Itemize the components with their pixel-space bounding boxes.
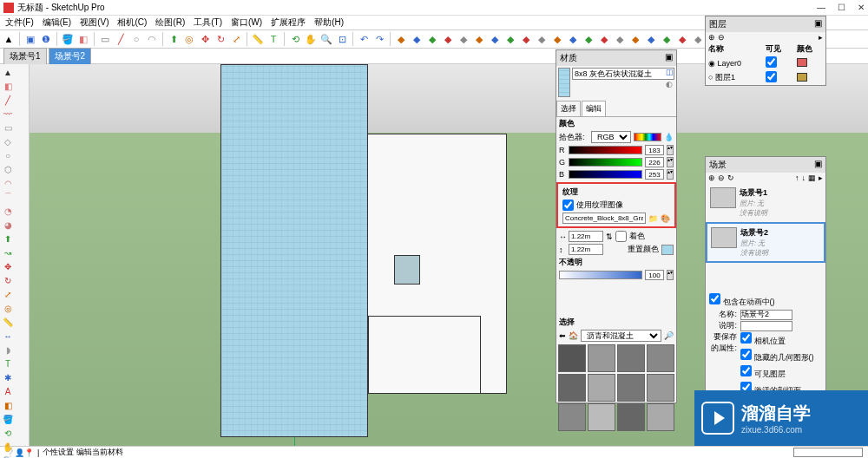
width-input[interactable] <box>569 231 603 242</box>
materials-header[interactable]: 材质 ▣ <box>556 50 676 66</box>
maximize-button[interactable]: ☐ <box>838 3 845 12</box>
arc2-icon[interactable]: ⌒ <box>2 191 14 203</box>
tool-icon[interactable]: ◆ <box>550 32 564 46</box>
material-thumb[interactable] <box>558 374 586 402</box>
tape-icon[interactable]: 📏 <box>2 316 14 328</box>
nav-back-icon[interactable]: ⬅ <box>559 331 566 340</box>
layer-color-chip[interactable] <box>797 73 807 82</box>
protractor-icon[interactable]: ◗ <box>2 344 14 356</box>
line-icon[interactable]: ╱ <box>2 94 14 106</box>
default-material-icon[interactable]: ◐ <box>664 80 674 90</box>
opt-checkbox[interactable] <box>740 365 752 376</box>
scale-icon[interactable]: ⤢ <box>2 288 14 300</box>
freehand-icon[interactable]: 〰 <box>2 108 14 120</box>
material-thumb[interactable] <box>588 374 615 402</box>
scene-tab-2[interactable]: 场景号2 <box>49 48 92 64</box>
tool-icon[interactable]: ◆ <box>441 32 455 46</box>
layer-menu-icon[interactable]: ▸ <box>819 33 823 42</box>
orbit-icon[interactable]: ⟲ <box>2 427 14 439</box>
paint-icon[interactable]: 🪣 <box>2 413 14 425</box>
tint-checkbox[interactable] <box>615 231 627 242</box>
material-swatch[interactable] <box>558 68 570 97</box>
layer-row[interactable]: ◉ Layer0 <box>706 56 825 70</box>
tab-edit[interactable]: 编辑 <box>582 101 606 116</box>
tool-icon[interactable]: ◆ <box>628 32 642 46</box>
section-icon[interactable]: ◧ <box>2 399 14 411</box>
tool-icon[interactable]: ◆ <box>613 32 627 46</box>
tape-icon[interactable]: 📏 <box>251 32 265 46</box>
tool-icon[interactable]: ◆ <box>519 32 533 46</box>
layer-color-chip[interactable] <box>797 58 807 67</box>
menu-view[interactable]: 视图(V) <box>78 16 110 29</box>
status-icon[interactable]: 👤 <box>15 448 24 457</box>
material-thumb[interactable] <box>558 403 586 431</box>
spin-icon[interactable]: ▴▾ <box>667 270 674 280</box>
col-color[interactable]: 颜色 <box>794 43 825 56</box>
paint-icon[interactable]: 🪣 <box>61 32 75 46</box>
pie-icon[interactable]: ◔ <box>2 205 14 217</box>
add-layer-icon[interactable]: ⊕ <box>708 33 715 42</box>
menu-camera[interactable]: 相机(C) <box>115 16 148 29</box>
r-value[interactable]: 183 <box>645 145 664 155</box>
menu-window[interactable]: 窗口(W) <box>229 16 264 29</box>
reset-color-label[interactable]: 重置颜色 <box>628 244 659 255</box>
picker-mode-select[interactable]: RGB <box>591 131 631 143</box>
tool-icon[interactable]: ◆ <box>582 32 595 46</box>
material-thumb[interactable] <box>617 403 645 431</box>
text-icon[interactable]: T <box>266 32 280 46</box>
minimize-button[interactable]: — <box>817 3 825 12</box>
tool-icon[interactable]: ◆ <box>457 32 470 46</box>
layers-panel[interactable]: 图层▣ ⊕⊖▸ 名称可见颜色 ◉ Layer0 ○ 图层1 <box>705 16 826 86</box>
tab-select[interactable]: 选择 <box>556 101 581 116</box>
undo-icon[interactable]: ↶ <box>357 32 371 46</box>
layer-visible-checkbox[interactable] <box>766 56 777 68</box>
panel-close-icon[interactable]: ▣ <box>665 52 673 64</box>
add-scene-icon[interactable]: ⊕ <box>708 173 715 182</box>
pie2-icon[interactable]: ◕ <box>2 219 14 231</box>
remove-layer-icon[interactable]: ⊖ <box>718 33 725 42</box>
offset-icon[interactable]: ◎ <box>2 302 14 314</box>
make-component-icon[interactable]: ▣ <box>23 32 37 46</box>
tool-icon[interactable]: ◆ <box>691 32 705 46</box>
pan-icon[interactable]: ✋ <box>304 32 318 46</box>
menu-ext[interactable]: 扩展程序 <box>269 16 307 29</box>
r-slider[interactable] <box>569 146 642 154</box>
menu-edit[interactable]: 编辑(E) <box>41 16 73 29</box>
follow-icon[interactable]: ↝ <box>2 246 14 258</box>
redo-icon[interactable]: ↷ <box>372 32 386 46</box>
menu-file[interactable]: 文件(F) <box>3 16 36 29</box>
col-name[interactable]: 名称 <box>706 43 763 56</box>
scene-menu-icon[interactable]: ▸ <box>819 173 823 182</box>
material-thumb[interactable] <box>588 344 615 372</box>
move-icon[interactable]: ✥ <box>198 32 212 46</box>
move-icon[interactable]: ✥ <box>2 260 14 272</box>
tool-icon[interactable]: ◆ <box>644 32 658 46</box>
texture-file-input[interactable] <box>562 213 646 224</box>
g-slider[interactable] <box>569 158 642 167</box>
material-name-input[interactable] <box>572 68 674 80</box>
dim-icon[interactable]: ↔ <box>2 330 14 342</box>
opacity-value[interactable]: 100 <box>645 270 664 280</box>
circle-icon[interactable]: ○ <box>2 149 14 161</box>
update-scene-icon[interactable]: ↻ <box>727 173 734 182</box>
rotate-icon[interactable]: ↻ <box>214 32 227 46</box>
text-icon[interactable]: T <box>2 357 14 370</box>
opt-checkbox[interactable] <box>740 349 752 360</box>
3dtext-icon[interactable]: A <box>2 385 14 397</box>
layer-visible-checkbox[interactable] <box>766 71 777 82</box>
opt-checkbox[interactable] <box>740 332 752 344</box>
axes-icon[interactable]: ✱ <box>2 371 14 383</box>
scene-name-input[interactable] <box>740 310 792 320</box>
browse-icon[interactable]: 📁 <box>648 214 658 223</box>
info-icon[interactable]: ❶ <box>39 32 53 46</box>
scenes-panel[interactable]: 场景▣ ⊕ ⊖ ↻ ↑ ↓ ▦ ▸ 场景号1 照片: 无 没有说明 场景号2 照… <box>705 156 826 416</box>
material-thumb[interactable] <box>588 403 615 431</box>
use-texture-checkbox[interactable] <box>562 200 574 211</box>
rect-icon[interactable]: ▭ <box>2 121 14 134</box>
reset-color-swatch[interactable] <box>661 245 674 255</box>
scene-tab-1[interactable]: 场景号1 <box>3 48 47 64</box>
tool-icon[interactable]: ◆ <box>597 32 611 46</box>
arc-icon[interactable]: ◠ <box>2 177 14 189</box>
create-material-icon[interactable]: ◫ <box>664 68 674 78</box>
tool-icon[interactable]: ◆ <box>488 32 502 46</box>
